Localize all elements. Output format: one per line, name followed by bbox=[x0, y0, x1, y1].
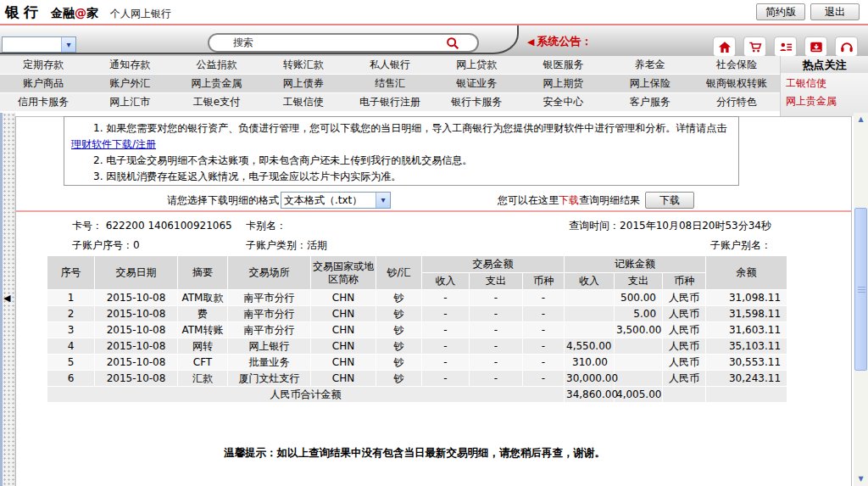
menu-item[interactable]: 安全中心 bbox=[520, 93, 606, 111]
sub-account-type-label: 子账户类别： bbox=[246, 239, 307, 251]
cell-book-currency: 人民币 bbox=[663, 338, 705, 354]
search-placeholder: 搜索 bbox=[233, 36, 253, 50]
cell-place: 网上银行 bbox=[228, 338, 310, 354]
table-row: 5 2015-10-08 CFT 批量业务 CHN 钞 - - - 310.00… bbox=[47, 355, 787, 370]
menu-item[interactable]: 网上期货 bbox=[520, 75, 606, 92]
menu-item[interactable]: 银行卡服务 bbox=[433, 93, 520, 111]
cell-place: 南平市分行 bbox=[228, 290, 310, 305]
finance-software-link[interactable]: 理财软件下载/注册 bbox=[71, 138, 156, 150]
menu-item[interactable]: 网上汇市 bbox=[86, 93, 173, 111]
scroll-up-icon[interactable]: ▲ bbox=[854, 113, 868, 126]
menu-item[interactable]: 结售汇 bbox=[347, 75, 433, 92]
cart-icon[interactable] bbox=[743, 36, 766, 57]
search-icon[interactable] bbox=[445, 36, 460, 51]
brand-at: @ bbox=[75, 6, 86, 20]
download-format-select[interactable]: 文本格式（.txt） ▾ bbox=[281, 192, 391, 209]
download-format-value: 文本格式（.txt） bbox=[284, 193, 362, 208]
logout-button[interactable]: 退出 bbox=[810, 3, 860, 20]
notice-line-1: 1. 如果您需要对您的银行资产、负债进行管理，您可以下载您的当日明细，导入工商银… bbox=[71, 120, 730, 153]
cell-book-income bbox=[565, 322, 614, 338]
headset-icon[interactable] bbox=[835, 36, 858, 57]
chevron-down-icon[interactable]: ▾ bbox=[61, 37, 75, 52]
search-input[interactable]: 搜索 bbox=[208, 33, 479, 53]
download-hint-link[interactable]: 下载 bbox=[559, 193, 579, 208]
download-format-label: 请您选择下载明细的格式 bbox=[167, 193, 279, 208]
vertical-scrollbar[interactable]: ▲ ▼ bbox=[854, 113, 868, 486]
col-txn-currency: 币种 bbox=[523, 273, 564, 289]
mail-download-icon[interactable] bbox=[804, 36, 827, 57]
sub-account-alias: 子账户别名： bbox=[710, 238, 771, 253]
cell-book-currency: 人民币 bbox=[663, 290, 705, 305]
menu-item[interactable]: 转账汇款 bbox=[260, 56, 347, 74]
menu-item[interactable]: 银商银权转账 bbox=[693, 75, 780, 92]
menu-item[interactable]: 网上债券 bbox=[260, 75, 347, 92]
cell-balance: 31,098.11 bbox=[706, 290, 787, 305]
menu-item[interactable]: 工银e支付 bbox=[173, 93, 259, 111]
menu-item[interactable]: 工银信使 bbox=[260, 93, 347, 111]
menu-item[interactable]: 网上保险 bbox=[607, 75, 693, 92]
left-collapse-strip[interactable]: ◀ bbox=[0, 113, 15, 486]
download-hint-post: 查询明细结果 bbox=[579, 193, 640, 208]
menu-item[interactable]: 信用卡服务 bbox=[0, 93, 86, 111]
total-income: 34,860.00 bbox=[565, 387, 614, 402]
cell-place: 批量业务 bbox=[228, 355, 310, 370]
product-title: 个人网上银行 bbox=[110, 7, 171, 21]
hot-topic-link[interactable]: 工银信使 bbox=[781, 73, 868, 91]
menu-item[interactable]: 银证业务 bbox=[433, 75, 520, 92]
notice-box: 1. 如果您需要对您的银行资产、负债进行管理，您可以下载您的当日明细，导入工商银… bbox=[64, 116, 739, 186]
cell-txn-expense: - bbox=[470, 371, 522, 386]
menu-item[interactable]: 网上贵金属 bbox=[173, 75, 259, 92]
cell-country: CHN bbox=[311, 371, 376, 386]
cell-date: 2015-10-08 bbox=[95, 322, 177, 338]
cell-txn-expense: - bbox=[470, 306, 522, 321]
scrollbar-grip bbox=[858, 289, 865, 290]
menu-item[interactable]: 公益捐款 bbox=[173, 56, 259, 74]
menu-item[interactable]: 账户外汇 bbox=[86, 75, 173, 92]
cell-summary: 汇款 bbox=[178, 371, 227, 386]
scrollbar-thumb[interactable] bbox=[854, 208, 867, 371]
chevron-down-icon[interactable]: ▾ bbox=[376, 193, 390, 208]
cell-txn-income: - bbox=[422, 338, 469, 354]
collapse-left-icon[interactable]: ◀ bbox=[3, 293, 10, 304]
content-panel: 1. 如果您需要对您的银行资产、负债进行管理，您可以下载您的当日明细，导入工商银… bbox=[15, 116, 852, 486]
total-currency-empty bbox=[663, 387, 705, 402]
menu-item[interactable]: 通知存款 bbox=[86, 56, 173, 74]
menu-item[interactable]: 私人银行 bbox=[347, 56, 433, 74]
hot-topic-link[interactable]: 网上贵金属 bbox=[781, 91, 868, 109]
menu-item[interactable]: 定期存款 bbox=[0, 56, 86, 74]
menu-item[interactable]: 银医服务 bbox=[520, 56, 606, 74]
menu-item[interactable]: 网上贷款 bbox=[433, 56, 520, 74]
download-hint-pre: 您可以在这里 bbox=[498, 193, 559, 208]
cell-place: 南平市分行 bbox=[228, 306, 310, 321]
scroll-down-icon[interactable]: ▼ bbox=[854, 472, 868, 486]
download-button[interactable]: 下载 bbox=[645, 192, 694, 209]
logo: 银行 金融@家 个人网上银行 bbox=[5, 3, 171, 22]
cell-place: 厦门文灶支行 bbox=[228, 371, 310, 386]
menu-item[interactable]: 客户服务 bbox=[607, 93, 693, 111]
cell-txn-currency: - bbox=[523, 306, 564, 321]
cell-book-income bbox=[565, 306, 614, 321]
menu-item[interactable]: 电子银行注册 bbox=[347, 93, 433, 111]
download-action-group: 您可以在这里下载查询明细结果 下载 bbox=[498, 192, 694, 209]
menu-item[interactable]: 养老金 bbox=[607, 56, 693, 74]
table-row: 4 2015-10-08 网转 网上银行 CHN 钞 - - - 4,550.0… bbox=[47, 338, 787, 354]
cell-seq: 5 bbox=[47, 355, 94, 370]
cell-country: CHN bbox=[311, 355, 376, 370]
quick-menu-dropdown[interactable]: ▾ bbox=[2, 36, 76, 53]
simple-version-button[interactable]: 简约版 bbox=[756, 3, 805, 20]
cell-balance: 30,553.11 bbox=[706, 355, 787, 370]
home-icon[interactable] bbox=[713, 36, 736, 57]
transactions-table-wrap: 序号 交易日期 摘要 交易场所 交易国家或地区简称 钞/汇 交易金额 记账金额 … bbox=[47, 255, 787, 403]
cell-date: 2015-10-08 bbox=[95, 290, 177, 305]
cell-book-currency: 人民币 bbox=[663, 371, 705, 386]
cell-txn-currency: - bbox=[523, 371, 564, 386]
cell-txn-currency: - bbox=[523, 338, 564, 354]
menu-item[interactable]: 账户商品 bbox=[0, 75, 86, 92]
section-divider bbox=[16, 210, 851, 212]
cell-balance: 30,243.11 bbox=[706, 371, 787, 386]
col-balance: 余额 bbox=[706, 256, 787, 289]
cell-txn-expense: - bbox=[470, 338, 522, 354]
contacts-icon[interactable] bbox=[774, 36, 797, 57]
menu-item[interactable]: 社会保险 bbox=[693, 56, 780, 74]
menu-item[interactable]: 分行特色 bbox=[693, 93, 780, 111]
